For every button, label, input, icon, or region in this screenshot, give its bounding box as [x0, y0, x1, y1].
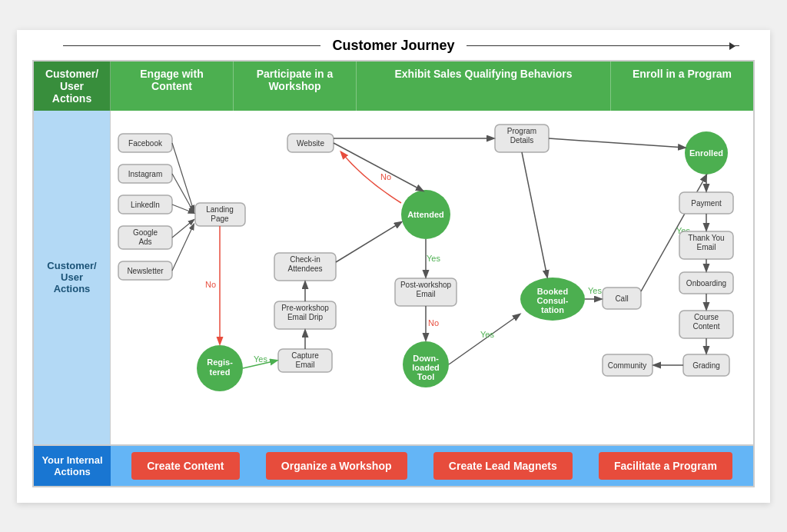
instagram-label: Instagram — [128, 170, 162, 178]
registered-label2: tered — [210, 367, 231, 377]
create-lead-magnets-btn: Create Lead Magnets — [433, 452, 573, 480]
content-row: Customer/ User Actions — [34, 111, 753, 444]
footer-label: Your Internal Actions — [34, 446, 111, 486]
linkedin-label: LinkedIn — [131, 201, 160, 209]
footer-row: Your Internal Actions Create Content Org… — [34, 444, 753, 486]
customer-actions-label: Customer/ User Actions — [34, 111, 111, 444]
header-row: Customer/ User Actions Engage with Conte… — [34, 62, 753, 111]
checkin-label1: Check-in — [290, 255, 320, 264]
facebook-label: Facebook — [128, 139, 163, 148]
enrolled-label: Enrolled — [689, 148, 723, 158]
course-content-label1: Course — [694, 313, 719, 321]
header-col2: Participate in a Workshop — [234, 62, 357, 111]
grading-label: Grading — [692, 361, 720, 370]
attended-label: Attended — [407, 210, 444, 219]
post-workshop-label1: Post-workshop — [400, 281, 452, 289]
diagram-area: Facebook Instagram LinkedIn Google Ads N… — [111, 111, 753, 444]
no-label-attended: No — [380, 172, 391, 181]
page-container: Customer Journey Customer/ User Actions … — [17, 30, 770, 503]
downloaded-tool-label3: Tool — [417, 372, 434, 381]
onboarding-label: Onboarding — [686, 279, 726, 288]
create-content-btn: Create Content — [131, 452, 239, 480]
no-download: No — [428, 318, 439, 328]
booked-label3: tation — [541, 305, 564, 314]
website-label: Website — [297, 139, 324, 148]
yes-label1: Yes — [254, 354, 267, 364]
program-to-enrolled — [549, 138, 685, 148]
google-ads-label2: Ads — [138, 238, 151, 246]
booked-label1: Booked — [537, 287, 568, 296]
newsletter-to-landing — [172, 224, 194, 271]
footer-actions: Create Content Organize a Workshop Creat… — [111, 446, 753, 486]
call-label: Call — [615, 294, 628, 303]
downloaded-tool-label2: loaded — [412, 363, 439, 372]
download-to-booked — [449, 314, 520, 364]
payment-label: Payment — [691, 199, 722, 208]
booked-label2: Consul- — [537, 296, 569, 305]
newsletter-label: Newsletter — [127, 267, 164, 275]
google-to-landing — [172, 220, 194, 238]
post-workshop-label2: Email — [416, 290, 435, 298]
website-to-attended — [334, 143, 423, 191]
checkin-label2: Attendees — [287, 264, 322, 273]
landing-page-label1: Landing — [206, 205, 234, 214]
community-label: Community — [608, 361, 647, 370]
downloaded-tool-label1: Down- — [413, 354, 439, 363]
landing-page-label2: Page — [211, 214, 229, 223]
program-to-booked — [522, 152, 547, 277]
instagram-to-landing — [172, 174, 194, 212]
diagram-svg: Facebook Instagram LinkedIn Google Ads N… — [111, 111, 753, 441]
no-label1: No — [205, 280, 216, 289]
header-col3: Exhibit Sales Qualifying Behaviors — [357, 62, 611, 111]
title-area: Customer Journey — [32, 38, 755, 54]
facilitate-program-btn: Facilitate a Program — [599, 452, 732, 480]
program-details-label1: Program — [507, 127, 536, 135]
pre-workshop-label2: Email Drip — [287, 313, 324, 321]
header-col4: Enroll in a Program — [611, 62, 753, 111]
header-label: Customer/ User Actions — [34, 62, 111, 111]
thank-you-label2: Email — [696, 243, 716, 251]
main-title: Customer Journey — [320, 38, 466, 54]
thank-you-label1: Thank You — [688, 234, 724, 242]
attended-no-path — [341, 152, 401, 203]
pre-workshop-label1: Pre-workshop — [281, 304, 329, 312]
header-col1: Engage with Content — [111, 62, 234, 111]
facebook-to-landing — [172, 143, 194, 211]
program-details-label2: Details — [510, 136, 534, 145]
registered-label1: Regis- — [207, 357, 233, 367]
capture-email-label2: Email — [295, 361, 314, 369]
yes-post: Yes — [427, 254, 440, 263]
yes-booked: Yes — [480, 330, 494, 339]
checkin-to-attended — [336, 222, 401, 262]
organize-workshop-btn: Organize a Workshop — [266, 452, 407, 480]
diagram: Customer/ User Actions Engage with Conte… — [32, 60, 755, 487]
course-content-label2: Content — [692, 322, 719, 331]
google-ads-label1: Google — [133, 228, 158, 237]
capture-email-label1: Capture — [291, 351, 319, 360]
yes-call: Yes — [588, 286, 602, 295]
